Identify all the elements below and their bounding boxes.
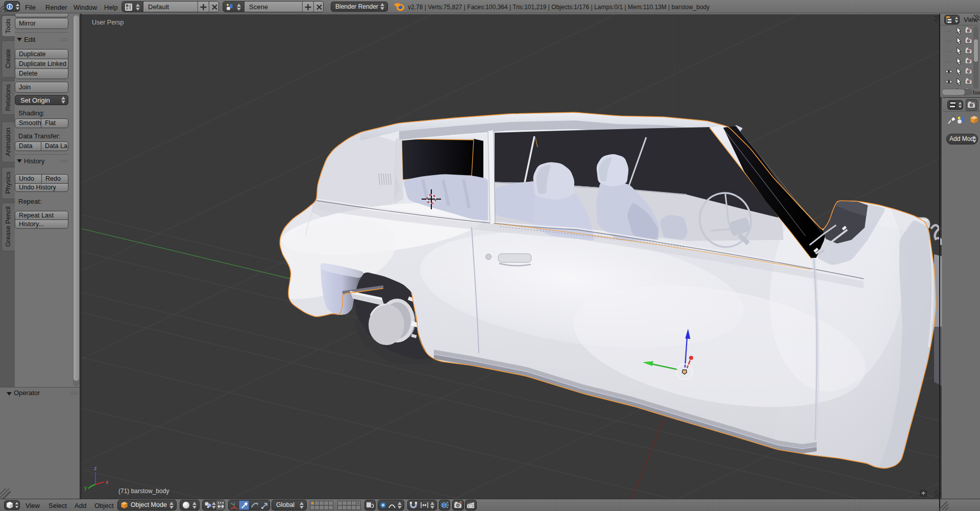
svg-text:Tools: Tools <box>5 18 12 33</box>
svg-text:User Persp: User Persp <box>92 19 124 26</box>
svg-text:Relations: Relations <box>5 84 12 111</box>
svg-text:x: x <box>106 479 109 485</box>
svg-text:z: z <box>94 465 97 471</box>
svg-text:Grease Pencil: Grease Pencil <box>5 206 12 247</box>
svg-text:Animation: Animation <box>5 128 12 156</box>
svg-text:Create: Create <box>5 49 12 68</box>
svg-text:y: y <box>84 484 87 491</box>
svg-text:Physics: Physics <box>5 172 12 193</box>
svg-text:(71) barstow_body: (71) barstow_body <box>118 488 169 495</box>
